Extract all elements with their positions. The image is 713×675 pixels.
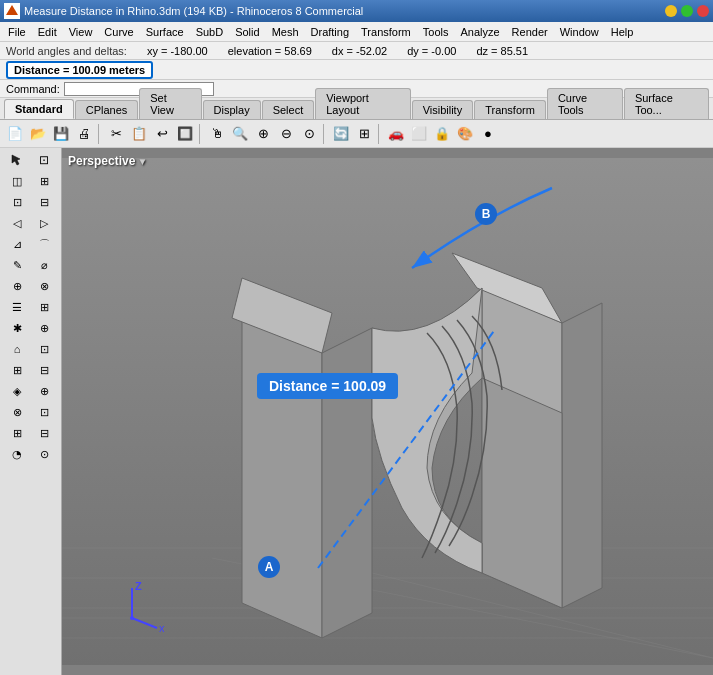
- toolbar-btn-3[interactable]: 🖨: [73, 123, 95, 145]
- sidebar-icon-2[interactable]: ⊡: [31, 150, 57, 170]
- sidebar-icon-21[interactable]: ⊞: [4, 360, 30, 380]
- menu-item-surface[interactable]: Surface: [140, 24, 190, 40]
- viewport-dropdown-icon[interactable]: ▼: [137, 156, 147, 167]
- sidebar-icon-11[interactable]: ✎: [4, 255, 30, 275]
- tab-surface-tools[interactable]: Surface Too...: [624, 88, 709, 119]
- sidebar-icon-13[interactable]: ⊕: [4, 276, 30, 296]
- distance-value-box: Distance = 100.09 meters: [6, 61, 153, 79]
- svg-marker-11: [242, 318, 322, 638]
- menu-item-mesh[interactable]: Mesh: [266, 24, 305, 40]
- menu-item-view[interactable]: View: [63, 24, 99, 40]
- menu-item-drafting[interactable]: Drafting: [305, 24, 356, 40]
- toolbar-btn-11[interactable]: ⊖: [275, 123, 297, 145]
- sidebar-icon-17[interactable]: ✱: [4, 318, 30, 338]
- toolbar-btn-2[interactable]: 💾: [50, 123, 72, 145]
- menu-item-edit[interactable]: Edit: [32, 24, 63, 40]
- main-area: ⊡ ◫ ⊞ ⊡ ⊟ ◁ ▷ ⊿ ⌒ ✎ ⌀ ⊕ ⊗ ☰ ⊞: [0, 148, 713, 675]
- toolbar-btn-16[interactable]: ⬜: [408, 123, 430, 145]
- minimize-button[interactable]: [665, 5, 677, 17]
- sidebar-icon-20[interactable]: ⊡: [31, 339, 57, 359]
- sidebar-icon-23[interactable]: ◈: [4, 381, 30, 401]
- sidebar-icon-14[interactable]: ⊗: [31, 276, 57, 296]
- select-cursor-icon[interactable]: [4, 150, 30, 170]
- sidebar-icon-3[interactable]: ◫: [4, 171, 30, 191]
- sidebar-icon-12[interactable]: ⌀: [31, 255, 57, 275]
- sidebar-icon-9[interactable]: ⊿: [4, 234, 30, 254]
- menu-item-tools[interactable]: Tools: [417, 24, 455, 40]
- toolbar-btn-13[interactable]: 🔄: [330, 123, 352, 145]
- sidebar-icon-26[interactable]: ⊡: [31, 402, 57, 422]
- tab-viewport-layout[interactable]: Viewport Layout: [315, 88, 410, 119]
- tab-display[interactable]: Display: [203, 100, 261, 119]
- toolbar-btn-9[interactable]: 🔍: [229, 123, 251, 145]
- status-world-angles: World angles and deltas: xy = -180.00 el…: [0, 42, 713, 60]
- toolbar-btn-18[interactable]: 🎨: [454, 123, 476, 145]
- sidebar-icon-19[interactable]: ⌂: [4, 339, 30, 359]
- toolbar-btn-1[interactable]: 📂: [27, 123, 49, 145]
- toolbar-btn-12[interactable]: ⊙: [298, 123, 320, 145]
- toolbar-btn-7[interactable]: 🔲: [174, 123, 196, 145]
- world-angles-label: World angles and deltas:: [6, 45, 127, 57]
- tab-standard[interactable]: Standard: [4, 99, 74, 119]
- toolbar-btn-4[interactable]: ✂: [105, 123, 127, 145]
- sidebar-icon-30[interactable]: ⊙: [31, 444, 57, 464]
- tab-cplanes[interactable]: CPlanes: [75, 100, 139, 119]
- tab-curve-tools[interactable]: Curve Tools: [547, 88, 623, 119]
- tab-select[interactable]: Select: [262, 100, 315, 119]
- status-dz: dz = 85.51: [476, 45, 528, 57]
- toolbar-btn-14[interactable]: ⊞: [353, 123, 375, 145]
- svg-text:x: x: [159, 622, 165, 634]
- distance-display-bar: Distance = 100.09 meters: [0, 60, 713, 80]
- menu-item-solid[interactable]: Solid: [229, 24, 265, 40]
- svg-text:Z: Z: [135, 580, 142, 592]
- menu-item-window[interactable]: Window: [554, 24, 605, 40]
- menu-item-analyze[interactable]: Analyze: [454, 24, 505, 40]
- sidebar-icon-18[interactable]: ⊕: [31, 318, 57, 338]
- sidebar-icon-8[interactable]: ▷: [31, 213, 57, 233]
- tab-set-view[interactable]: Set View: [139, 88, 201, 119]
- sidebar-icon-5[interactable]: ⊡: [4, 192, 30, 212]
- tab-visibility[interactable]: Visibility: [412, 100, 474, 119]
- sidebar-row-8: ☰ ⊞: [3, 297, 59, 317]
- sidebar-icon-16[interactable]: ⊞: [31, 297, 57, 317]
- toolbar-btn-8[interactable]: 🖱: [206, 123, 228, 145]
- sidebar-icon-7[interactable]: ◁: [4, 213, 30, 233]
- status-xy: xy = -180.00: [147, 45, 208, 57]
- toolbar-separator-13: [323, 124, 327, 144]
- menu-item-subd[interactable]: SubD: [190, 24, 230, 40]
- sidebar-icon-22[interactable]: ⊟: [31, 360, 57, 380]
- menu-item-curve[interactable]: Curve: [98, 24, 139, 40]
- sidebar-icon-27[interactable]: ⊞: [4, 423, 30, 443]
- sidebar-icon-10[interactable]: ⌒: [31, 234, 57, 254]
- toolbar-separator-4: [98, 124, 102, 144]
- sidebar-icon-6[interactable]: ⊟: [31, 192, 57, 212]
- toolbar-btn-10[interactable]: ⊕: [252, 123, 274, 145]
- sidebar-row-13: ⊗ ⊡: [3, 402, 59, 422]
- menu-item-render[interactable]: Render: [506, 24, 554, 40]
- menu-item-help[interactable]: Help: [605, 24, 640, 40]
- status-dx: dx = -52.02: [332, 45, 387, 57]
- menu-item-transform[interactable]: Transform: [355, 24, 417, 40]
- tab-transform[interactable]: Transform: [474, 100, 546, 119]
- sidebar-row-3: ⊡ ⊟: [3, 192, 59, 212]
- sidebar-row-9: ✱ ⊕: [3, 318, 59, 338]
- toolbar-btn-5[interactable]: 📋: [128, 123, 150, 145]
- sidebar-icon-28[interactable]: ⊟: [31, 423, 57, 443]
- sidebar-icon-24[interactable]: ⊕: [31, 381, 57, 401]
- toolbar-btn-19[interactable]: ●: [477, 123, 499, 145]
- sidebar-icon-15[interactable]: ☰: [4, 297, 30, 317]
- sidebar-icon-4[interactable]: ⊞: [31, 171, 57, 191]
- viewport-name: Perspective: [68, 154, 135, 168]
- sidebar-icon-25[interactable]: ⊗: [4, 402, 30, 422]
- viewport-perspective[interactable]: Perspective ▼: [62, 148, 713, 675]
- close-button[interactable]: [697, 5, 709, 17]
- toolbar-btn-15[interactable]: 🚗: [385, 123, 407, 145]
- sidebar-icon-29[interactable]: ◔: [4, 444, 30, 464]
- menu-item-file[interactable]: File: [2, 24, 32, 40]
- maximize-button[interactable]: [681, 5, 693, 17]
- toolbar-btn-0[interactable]: 📄: [4, 123, 26, 145]
- status-elevation: elevation = 58.69: [228, 45, 312, 57]
- sidebar-cursor-row: ⊡: [3, 150, 59, 170]
- toolbar-btn-6[interactable]: ↩: [151, 123, 173, 145]
- toolbar-btn-17[interactable]: 🔒: [431, 123, 453, 145]
